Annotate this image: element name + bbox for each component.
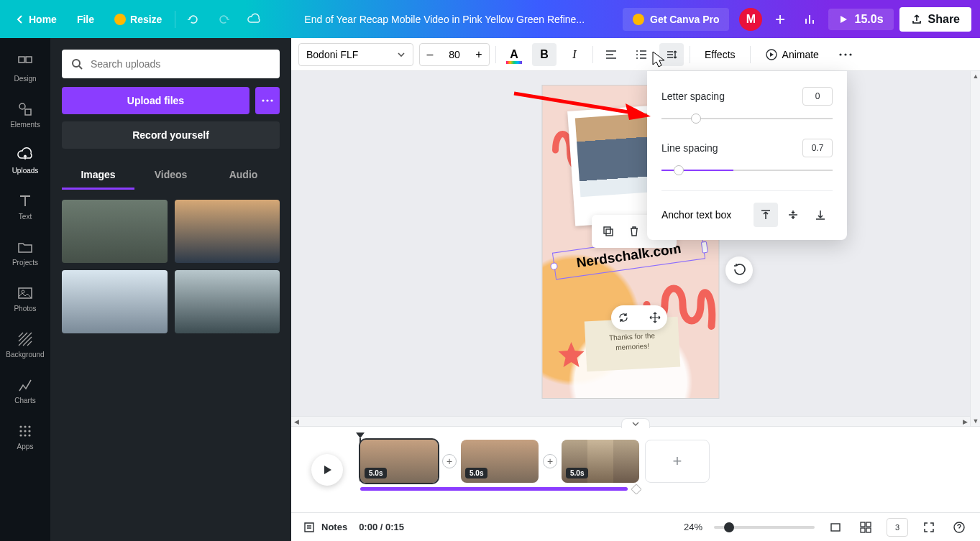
upload-thumb[interactable] bbox=[62, 200, 168, 263]
timeline-clip[interactable]: 5.0s bbox=[562, 440, 639, 483]
transition-marker[interactable] bbox=[631, 484, 641, 494]
font-size-value[interactable]: 80 bbox=[440, 49, 469, 60]
cloud-sync-icon[interactable] bbox=[242, 7, 266, 32]
upload-thumb[interactable] bbox=[62, 270, 168, 333]
font-size-increase[interactable]: + bbox=[469, 48, 489, 61]
duplicate-button[interactable] bbox=[596, 219, 620, 244]
grid-view-button[interactable] bbox=[856, 518, 875, 537]
tab-audio[interactable]: Audio bbox=[207, 162, 280, 190]
delete-button[interactable] bbox=[622, 219, 646, 244]
more-button[interactable] bbox=[833, 43, 858, 66]
scroll-up-button[interactable]: ▲ bbox=[971, 71, 980, 81]
share-button[interactable]: Share bbox=[899, 7, 971, 32]
svg-point-16 bbox=[262, 99, 264, 101]
notes-button[interactable]: Notes bbox=[303, 521, 347, 534]
audio-track[interactable] bbox=[360, 487, 628, 491]
zoom-slider[interactable] bbox=[714, 526, 815, 529]
help-button[interactable] bbox=[950, 518, 968, 537]
canvas-vertical-scrollbar[interactable]: ▲ ▼ bbox=[970, 71, 980, 426]
add-clip-button[interactable]: + bbox=[543, 454, 557, 468]
rail-elements[interactable]: Elements bbox=[0, 91, 50, 137]
text-color-icon: A bbox=[506, 47, 522, 63]
list-button[interactable] bbox=[629, 43, 654, 66]
file-menu[interactable]: File bbox=[70, 9, 101, 29]
upload-thumb[interactable] bbox=[175, 270, 280, 333]
add-scene-button[interactable]: + bbox=[645, 440, 710, 483]
timeline-collapse-button[interactable] bbox=[621, 418, 650, 428]
timeline-clip[interactable]: 5.0s bbox=[360, 440, 438, 483]
tab-videos[interactable]: Videos bbox=[134, 162, 207, 190]
fit-view-button[interactable] bbox=[826, 518, 845, 537]
rail-charts[interactable]: Charts bbox=[0, 367, 50, 413]
timeline-clip[interactable]: 5.0s bbox=[461, 440, 539, 483]
line-spacing-slider[interactable] bbox=[661, 163, 833, 177]
upload-files-button[interactable]: Upload files bbox=[62, 87, 249, 114]
letter-spacing-slider[interactable] bbox=[661, 111, 833, 126]
undo-button[interactable] bbox=[181, 7, 206, 32]
scroll-down-button[interactable]: ▼ bbox=[971, 416, 980, 426]
clip-duration-badge: 5.0s bbox=[465, 468, 487, 478]
line-spacing-value[interactable]: 0.7 bbox=[802, 139, 833, 157]
resize-handle-left[interactable] bbox=[550, 262, 558, 270]
svg-point-10 bbox=[24, 430, 26, 432]
italic-button[interactable]: I bbox=[562, 43, 587, 66]
regenerate-button[interactable] bbox=[725, 256, 753, 284]
slider-fill bbox=[661, 170, 733, 171]
record-yourself-button[interactable]: Record yourself bbox=[62, 121, 280, 149]
insights-button[interactable] bbox=[798, 7, 823, 32]
add-clip-button[interactable]: + bbox=[442, 454, 457, 468]
anchor-middle-button[interactable] bbox=[781, 203, 805, 227]
resize-button[interactable]: Resize bbox=[107, 9, 169, 29]
rail-photos[interactable]: Photos bbox=[0, 275, 50, 321]
home-button[interactable]: Home bbox=[9, 9, 64, 29]
uploads-panel: Upload files Record yourself Images Vide… bbox=[50, 38, 291, 541]
letter-spacing-value[interactable]: 0 bbox=[802, 87, 833, 106]
anchor-bottom-button[interactable] bbox=[808, 203, 833, 227]
font-size-decrease[interactable]: – bbox=[420, 48, 440, 61]
fullscreen-button[interactable] bbox=[920, 518, 938, 537]
rail-background[interactable]: Background bbox=[0, 321, 50, 367]
get-pro-button[interactable]: Get Canva Pro bbox=[623, 8, 729, 31]
slider-knob[interactable] bbox=[674, 165, 684, 175]
search-input[interactable] bbox=[91, 58, 271, 70]
font-select[interactable]: Bodoni FLF bbox=[298, 43, 413, 66]
preview-button[interactable]: 15.0s bbox=[828, 9, 893, 30]
spacing-button[interactable] bbox=[659, 43, 684, 66]
zoom-knob[interactable] bbox=[724, 522, 734, 532]
clip-duration-badge: 5.0s bbox=[566, 468, 588, 478]
move-button[interactable] bbox=[646, 308, 664, 327]
tab-images[interactable]: Images bbox=[62, 162, 134, 190]
replace-button[interactable] bbox=[614, 308, 633, 327]
add-member-button[interactable] bbox=[768, 7, 792, 32]
bold-button[interactable]: B bbox=[532, 43, 557, 66]
upload-thumb[interactable] bbox=[175, 200, 280, 263]
rail-design[interactable]: Design bbox=[0, 45, 50, 91]
redo-button[interactable] bbox=[211, 7, 236, 32]
rail-projects[interactable]: Projects bbox=[0, 229, 50, 275]
text-color-button[interactable]: A bbox=[502, 43, 526, 66]
slider-track bbox=[661, 118, 833, 119]
slider-knob[interactable] bbox=[691, 114, 701, 124]
svg-point-5 bbox=[22, 290, 24, 293]
share-icon bbox=[911, 14, 922, 25]
alignment-button[interactable] bbox=[599, 43, 623, 66]
animate-button[interactable]: Animate bbox=[756, 43, 828, 66]
scroll-left-button[interactable]: ◀ bbox=[291, 417, 301, 427]
effects-button[interactable]: Effects bbox=[696, 43, 744, 66]
scroll-right-button[interactable]: ▶ bbox=[960, 417, 970, 427]
anchor-top-button[interactable] bbox=[754, 203, 778, 227]
document-title[interactable]: End of Year Recap Mobile Video in Pink Y… bbox=[272, 14, 617, 25]
search-input-wrap[interactable] bbox=[62, 50, 280, 78]
anchor-buttons bbox=[754, 203, 833, 227]
timeline-play-button[interactable] bbox=[311, 454, 343, 486]
upload-more-button[interactable] bbox=[255, 87, 280, 114]
page-count-button[interactable]: 3 bbox=[887, 518, 908, 537]
svg-line-31 bbox=[514, 93, 633, 113]
avatar[interactable]: M bbox=[739, 8, 762, 31]
rail-apps[interactable]: Apps bbox=[0, 413, 50, 459]
rail-text[interactable]: Text bbox=[0, 183, 50, 229]
chevron-left-icon bbox=[16, 15, 24, 24]
canvas-area[interactable]: Thanks for the memories! Nerdschalk.com bbox=[291, 71, 970, 426]
spacing-popover: Letter spacing 0 Line spacing 0.7 Anchor… bbox=[647, 71, 847, 240]
rail-uploads[interactable]: Uploads bbox=[0, 137, 50, 183]
